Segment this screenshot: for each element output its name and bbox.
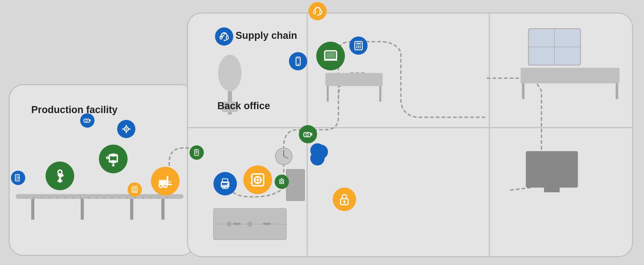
svg-point-139: [358, 47, 359, 48]
svg-point-43: [247, 221, 252, 227]
headset-yellow-icon[interactable]: [308, 2, 327, 20]
svg-point-124: [317, 14, 318, 16]
svg-rect-126: [226, 36, 228, 39]
svg-rect-27: [81, 199, 84, 220]
svg-rect-30: [325, 73, 383, 86]
svg-rect-71: [167, 176, 168, 185]
svg-point-69: [106, 157, 109, 159]
svg-point-104: [227, 183, 229, 185]
svg-rect-52: [522, 83, 525, 99]
svg-point-56: [18, 177, 19, 178]
svg-rect-33: [526, 151, 578, 188]
svg-rect-26: [31, 199, 34, 220]
svg-rect-134: [356, 43, 361, 44]
supply-chain-label: Supply chain: [236, 30, 297, 41]
svg-rect-132: [326, 52, 335, 58]
svg-point-89: [134, 190, 135, 191]
svg-rect-87: [133, 188, 136, 189]
svg-point-79: [86, 120, 88, 122]
svg-rect-29: [161, 199, 165, 220]
phone-icon[interactable]: [289, 52, 307, 70]
svg-point-107: [256, 178, 259, 181]
svg-point-140: [359, 47, 361, 48]
svg-rect-51: [521, 68, 620, 83]
svg-point-127: [224, 40, 225, 41]
svg-point-130: [298, 64, 299, 65]
svg-point-36: [218, 55, 242, 91]
svg-point-91: [133, 191, 134, 192]
svg-point-138: [356, 47, 357, 48]
svg-rect-76: [160, 181, 164, 184]
svg-point-61: [58, 170, 62, 174]
door-sensor-icon[interactable]: [11, 171, 25, 185]
storage-tank-icon[interactable]: [99, 145, 128, 173]
thermostat-supply-icon[interactable]: [314, 145, 328, 159]
back-office-label: Back office: [217, 100, 270, 112]
production-facility-label: Production facility: [31, 104, 117, 115]
svg-rect-31: [327, 86, 329, 102]
svg-rect-60: [57, 180, 62, 182]
svg-point-117: [306, 133, 308, 136]
svg-rect-34: [544, 188, 560, 192]
svg-point-92: [134, 191, 135, 192]
svg-point-74: [159, 184, 162, 187]
svg-point-137: [359, 45, 361, 47]
forklift-icon[interactable]: [151, 167, 180, 195]
svg-point-42: [226, 221, 232, 227]
svg-point-38: [275, 148, 292, 165]
safe-icon[interactable]: [243, 165, 272, 194]
svg-point-65: [109, 160, 117, 163]
printer-icon[interactable]: [213, 172, 237, 195]
svg-point-75: [164, 184, 167, 187]
robot-arm-icon[interactable]: [46, 162, 74, 190]
svg-rect-73: [168, 181, 171, 182]
camera-prod-icon[interactable]: [80, 113, 94, 128]
svg-point-85: [125, 128, 127, 130]
svg-rect-1: [187, 13, 633, 257]
svg-point-136: [358, 45, 359, 47]
svg-rect-41: [213, 208, 286, 240]
small-camera-icon[interactable]: [275, 175, 289, 189]
svg-rect-123: [320, 11, 322, 14]
camera-office-icon[interactable]: [299, 125, 317, 143]
keypad-icon[interactable]: [128, 182, 142, 197]
svg-rect-45: [233, 223, 241, 225]
svg-rect-28: [130, 199, 133, 220]
lock-icon[interactable]: [333, 188, 356, 211]
svg-point-90: [136, 190, 137, 191]
svg-rect-122: [313, 11, 315, 14]
headset-blue-icon[interactable]: [215, 27, 233, 46]
svg-rect-32: [379, 86, 381, 102]
keypad-office-icon[interactable]: [349, 36, 368, 55]
card-reader-icon[interactable]: [190, 145, 204, 160]
scene: Production facility Back office Supply c…: [0, 0, 644, 265]
svg-point-114: [281, 181, 283, 183]
svg-rect-47: [286, 169, 305, 201]
svg-line-40: [284, 156, 288, 158]
svg-rect-53: [616, 83, 618, 99]
svg-rect-48: [528, 29, 580, 65]
svg-rect-6: [16, 194, 184, 199]
svg-point-142: [343, 200, 345, 202]
laptop-icon[interactable]: [316, 42, 345, 70]
pipe-valve-icon[interactable]: [117, 120, 135, 138]
svg-point-135: [356, 45, 357, 47]
svg-rect-46: [263, 223, 271, 225]
svg-point-93: [136, 191, 137, 192]
svg-point-88: [133, 190, 134, 191]
